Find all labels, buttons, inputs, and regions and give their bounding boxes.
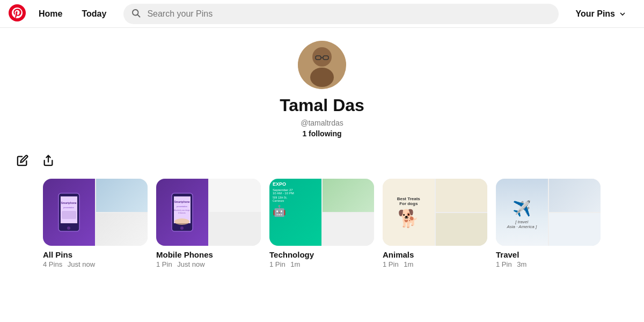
svg-rect-14 xyxy=(62,211,76,219)
search-input[interactable] xyxy=(123,4,558,24)
pinterest-logo[interactable] xyxy=(9,4,26,24)
board-technology-name: Technology xyxy=(269,250,374,259)
following-count[interactable]: 1 following xyxy=(302,129,341,138)
svg-point-23 xyxy=(180,226,184,230)
svg-point-8 xyxy=(310,68,334,87)
svg-rect-11 xyxy=(61,196,77,223)
nav-home[interactable]: Home xyxy=(30,5,71,23)
svg-text:Smartphone: Smartphone xyxy=(174,200,189,203)
share-button[interactable] xyxy=(39,151,58,170)
edit-button[interactable] xyxy=(13,151,32,170)
search-icon xyxy=(131,8,141,20)
board-technology-meta: 1 Pin 1m xyxy=(269,260,374,268)
profile-name: Tamal Das xyxy=(280,96,364,115)
board-technology[interactable]: EXPO September 2710 AM - 10 PM 509 12th … xyxy=(269,179,374,268)
board-all-pins-name: All Pins xyxy=(43,250,148,259)
svg-point-15 xyxy=(67,226,70,230)
board-travel-meta: 1 Pin 3m xyxy=(496,260,601,268)
svg-text:Absolutely new design: Absolutely new design xyxy=(174,209,190,211)
search-container xyxy=(123,4,558,24)
svg-text:presentation: presentation xyxy=(63,207,74,209)
board-travel-name: Travel xyxy=(496,250,601,259)
nav-links: Home Today xyxy=(30,5,115,23)
board-mobile-phones-meta: 1 Pin Just now xyxy=(156,260,261,268)
board-mobile-phones[interactable]: Smartphone presentation Absolutely new d… xyxy=(156,179,261,268)
svg-line-2 xyxy=(138,14,140,17)
svg-text:presentation: presentation xyxy=(177,206,187,208)
profile-handle: @tamaltrdas xyxy=(301,119,343,127)
board-mobile-phones-name: Mobile Phones xyxy=(156,250,261,259)
svg-text:& features: & features xyxy=(178,212,186,214)
profile-section: Tamal Das @tamaltrdas 1 following xyxy=(0,28,644,147)
svg-point-22 xyxy=(174,218,189,225)
your-pins-button[interactable]: Your Pins xyxy=(567,4,636,24)
board-all-pins[interactable]: Smartphone presentation All Pins 4 Pins … xyxy=(43,179,148,268)
board-all-pins-meta: 4 Pins Just now xyxy=(43,260,148,268)
board-animals-meta: 1 Pin 1m xyxy=(383,260,487,268)
actions-bar xyxy=(0,147,644,179)
navbar: Home Today Your Pins xyxy=(0,0,644,28)
nav-today[interactable]: Today xyxy=(73,5,115,23)
svg-point-0 xyxy=(9,4,26,21)
board-animals[interactable]: Best TreatsFor dogs 🐕 Animals 1 Pin 1m xyxy=(383,179,487,268)
board-animals-name: Animals xyxy=(383,250,487,259)
boards-container: Smartphone presentation All Pins 4 Pins … xyxy=(0,179,644,268)
board-travel[interactable]: ✈️ [ travelAsia · America ] Travel 1 Pin… xyxy=(496,179,601,268)
svg-text:Smartphone: Smartphone xyxy=(61,201,76,204)
avatar xyxy=(298,41,346,89)
